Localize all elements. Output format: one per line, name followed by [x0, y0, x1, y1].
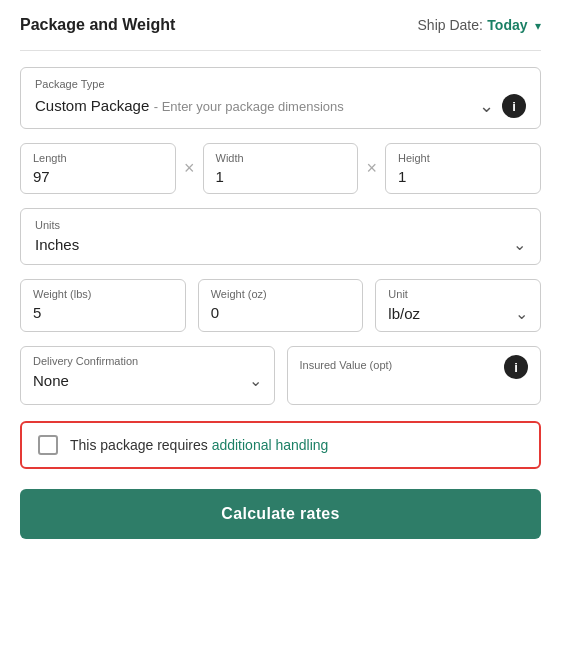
height-label: Height: [398, 152, 528, 164]
weight-lbs-label: Weight (lbs): [33, 288, 173, 300]
height-field: Height 1: [385, 143, 541, 194]
weight-row: Weight (lbs) 5 Weight (oz) 0 Unit lb/oz …: [20, 279, 541, 332]
package-type-name: Custom Package: [35, 97, 149, 114]
package-type-chevron-icon[interactable]: ⌄: [479, 95, 494, 117]
unit-select-field[interactable]: Unit lb/oz ⌄: [375, 279, 541, 332]
units-value: Inches: [35, 236, 79, 253]
insured-value-label: Insured Value (opt): [300, 359, 393, 371]
delivery-insured-row: Delivery Confirmation None ⌄ Insured Val…: [20, 346, 541, 405]
page-title: Package and Weight: [20, 16, 175, 34]
weight-lbs-value[interactable]: 5: [33, 304, 173, 321]
units-section[interactable]: Units Inches ⌄: [20, 208, 541, 265]
insured-info-icon[interactable]: i: [504, 355, 528, 379]
additional-handling-container: This package requires additional handlin…: [20, 421, 541, 469]
additional-handling-checkbox[interactable]: [38, 435, 58, 455]
ship-date-label: Ship Date:: [418, 17, 483, 33]
unit-select-chevron-icon: ⌄: [515, 304, 528, 323]
units-select-row: Inches ⌄: [35, 235, 526, 254]
insured-value-input[interactable]: [300, 379, 529, 396]
delivery-confirmation-field[interactable]: Delivery Confirmation None ⌄: [20, 346, 275, 405]
weight-oz-value[interactable]: 0: [211, 304, 351, 321]
length-value[interactable]: 97: [33, 168, 163, 185]
weight-lbs-field: Weight (lbs) 5: [20, 279, 186, 332]
package-type-row[interactable]: Custom Package - Enter your package dime…: [35, 94, 526, 118]
delivery-chevron-icon: ⌄: [249, 371, 262, 390]
weight-oz-field: Weight (oz) 0: [198, 279, 364, 332]
length-label: Length: [33, 152, 163, 164]
width-value[interactable]: 1: [216, 168, 346, 185]
calculate-rates-button[interactable]: Calculate rates: [20, 489, 541, 539]
length-width-separator: ×: [176, 143, 203, 194]
package-type-description: - Enter your package dimensions: [154, 99, 344, 114]
width-height-separator: ×: [358, 143, 385, 194]
package-type-label: Package Type: [35, 78, 526, 90]
ship-date-value[interactable]: Today: [487, 17, 527, 33]
unit-select-inner: lb/oz ⌄: [388, 304, 528, 323]
package-type-content: Custom Package - Enter your package dime…: [35, 97, 479, 115]
delivery-confirmation-label: Delivery Confirmation: [33, 355, 262, 367]
delivery-confirmation-value: None: [33, 372, 69, 389]
weight-oz-label: Weight (oz): [211, 288, 351, 300]
ship-date-chevron-icon[interactable]: ▾: [535, 19, 541, 33]
page-header: Package and Weight Ship Date: Today ▾: [20, 16, 541, 34]
ship-date-container: Ship Date: Today ▾: [418, 16, 541, 34]
unit-select-value: lb/oz: [388, 305, 420, 322]
height-value[interactable]: 1: [398, 168, 528, 185]
unit-select-label: Unit: [388, 288, 528, 300]
units-label: Units: [35, 219, 526, 231]
divider: [20, 50, 541, 51]
additional-handling-link[interactable]: additional handling: [212, 437, 329, 453]
additional-handling-text: This package requires additional handlin…: [70, 437, 328, 453]
package-type-section: Package Type Custom Package - Enter your…: [20, 67, 541, 129]
width-label: Width: [216, 152, 346, 164]
length-field: Length 97: [20, 143, 176, 194]
insured-header: Insured Value (opt) i: [300, 355, 529, 379]
width-field: Width 1: [203, 143, 359, 194]
units-chevron-icon: ⌄: [513, 235, 526, 254]
delivery-inner: None ⌄: [33, 371, 262, 390]
dimensions-row: Length 97 × Width 1 × Height 1: [20, 143, 541, 194]
insured-value-field: Insured Value (opt) i: [287, 346, 542, 405]
package-type-info-icon[interactable]: i: [502, 94, 526, 118]
